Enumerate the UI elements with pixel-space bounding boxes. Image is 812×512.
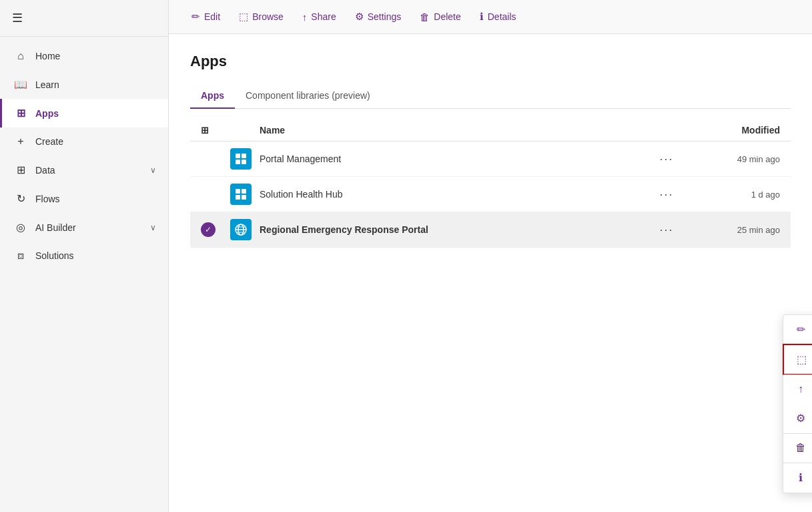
table-row[interactable]: Solution Health Hub ··· 1 d ago bbox=[190, 177, 791, 212]
main-content: ✏ Edit ⬚ Browse ↑ Share ⚙ Settings 🗑 Del… bbox=[169, 0, 812, 512]
table-col-name: Name bbox=[260, 125, 647, 136]
context-menu: ✏ Edit ⬚ Browse ↑ Share ⚙ Settings 🗑 Del… bbox=[783, 314, 812, 493]
row-more-actions[interactable]: ··· bbox=[647, 222, 687, 238]
settings-button[interactable]: ⚙ Settings bbox=[348, 7, 408, 27]
more-options-button[interactable]: ··· bbox=[654, 222, 679, 238]
settings-icon: ⚙ bbox=[794, 412, 807, 425]
sidebar-item-data[interactable]: ⊞ Data ∨ bbox=[0, 156, 168, 184]
sidebar-item-ai-builder[interactable]: ◎ AI Builder ∨ bbox=[0, 213, 168, 242]
table-header: ⊞ Name Modified bbox=[190, 119, 791, 142]
sidebar: ☰ ⌂ Home 📖 Learn ⊞ Apps + Create ⊞ Data … bbox=[0, 0, 169, 512]
browse-icon: ⬚ bbox=[239, 11, 248, 23]
table-icon: ⊞ bbox=[201, 125, 209, 136]
toolbar: ✏ Edit ⬚ Browse ↑ Share ⚙ Settings 🗑 Del… bbox=[169, 0, 812, 34]
row-app-name: Portal Management bbox=[260, 154, 647, 164]
table-row[interactable]: Portal Management ··· 49 min ago bbox=[190, 142, 791, 177]
browse-button[interactable]: ⬚ Browse bbox=[232, 7, 290, 27]
svg-rect-2 bbox=[236, 160, 240, 164]
tab-apps[interactable]: Apps bbox=[190, 83, 235, 109]
sidebar-item-apps[interactable]: ⊞ Apps bbox=[0, 99, 168, 127]
create-icon: + bbox=[14, 136, 27, 148]
sidebar-item-learn[interactable]: 📖 Learn bbox=[0, 70, 168, 99]
sidebar-item-label: Flows bbox=[35, 194, 60, 204]
row-modified: 1 d ago bbox=[687, 190, 780, 200]
row-app-icon bbox=[230, 184, 260, 205]
tabs-bar: Apps Component libraries (preview) bbox=[190, 83, 791, 109]
delete-icon: 🗑 bbox=[420, 11, 430, 23]
hamburger-menu[interactable]: ☰ bbox=[12, 11, 23, 25]
context-menu-edit[interactable]: ✏ Edit bbox=[783, 315, 812, 344]
apps-table: ⊞ Name Modified Portal Management ··· bbox=[190, 119, 791, 248]
apps-icon: ⊞ bbox=[14, 107, 27, 119]
sidebar-item-label: Home bbox=[35, 51, 60, 61]
row-app-name: Regional Emergency Response Portal bbox=[260, 224, 647, 235]
sidebar-item-label: Create bbox=[35, 136, 63, 147]
row-more-actions[interactable]: ··· bbox=[647, 151, 687, 168]
sidebar-navigation: ⌂ Home 📖 Learn ⊞ Apps + Create ⊞ Data ∨ … bbox=[0, 37, 168, 275]
svg-rect-3 bbox=[242, 160, 246, 164]
svg-rect-1 bbox=[242, 154, 246, 158]
svg-rect-6 bbox=[236, 195, 240, 200]
portal-icon bbox=[230, 148, 252, 170]
delete-label: Delete bbox=[434, 11, 460, 22]
svg-rect-0 bbox=[236, 154, 240, 158]
row-app-name: Solution Health Hub bbox=[260, 189, 647, 200]
context-menu-details[interactable]: ℹ Details bbox=[783, 463, 812, 493]
context-menu-delete[interactable]: 🗑 Delete bbox=[783, 434, 812, 463]
context-menu-settings[interactable]: ⚙ Settings bbox=[783, 404, 812, 433]
sidebar-item-solutions[interactable]: ⧈ Solutions bbox=[0, 242, 168, 270]
sidebar-item-home[interactable]: ⌂ Home bbox=[0, 42, 168, 70]
edit-icon: ✏ bbox=[191, 11, 200, 23]
details-button[interactable]: ℹ Details bbox=[473, 7, 523, 27]
table-col-checkbox: ⊞ bbox=[201, 125, 230, 136]
details-icon: ℹ bbox=[480, 11, 484, 23]
more-options-button[interactable]: ··· bbox=[654, 186, 679, 203]
sidebar-item-label: Data bbox=[35, 165, 55, 176]
browse-label: Browse bbox=[252, 11, 284, 22]
sidebar-item-label: Solutions bbox=[35, 250, 74, 261]
row-modified: 49 min ago bbox=[687, 154, 780, 164]
table-row[interactable]: ✓ Regional Emergency Response Portal bbox=[190, 212, 791, 248]
sidebar-item-create[interactable]: + Create bbox=[0, 127, 168, 156]
selected-checkmark: ✓ bbox=[201, 222, 216, 237]
details-label: Details bbox=[488, 11, 516, 22]
row-modified: 25 min ago bbox=[687, 225, 780, 235]
context-menu-browse[interactable]: ⬚ Browse bbox=[783, 344, 812, 375]
flows-icon: ↻ bbox=[14, 192, 27, 205]
portal-icon bbox=[230, 184, 252, 205]
globe-icon bbox=[230, 219, 252, 240]
sidebar-header: ☰ bbox=[0, 0, 168, 37]
sidebar-item-label: Apps bbox=[35, 108, 59, 119]
share-label: Share bbox=[311, 11, 336, 22]
delete-icon: 🗑 bbox=[794, 442, 807, 454]
data-icon: ⊞ bbox=[14, 164, 27, 176]
sidebar-item-label: AI Builder bbox=[35, 222, 76, 233]
sidebar-item-flows[interactable]: ↻ Flows bbox=[0, 184, 168, 213]
svg-rect-7 bbox=[242, 195, 246, 200]
delete-button[interactable]: 🗑 Delete bbox=[413, 7, 467, 27]
settings-icon: ⚙ bbox=[355, 11, 364, 23]
edit-icon: ✏ bbox=[794, 323, 807, 336]
context-menu-share[interactable]: ↑ Share bbox=[783, 375, 812, 404]
chevron-down-icon: ∨ bbox=[150, 166, 156, 175]
share-icon: ↑ bbox=[302, 11, 308, 23]
table-col-modified: Modified bbox=[687, 125, 780, 136]
settings-label: Settings bbox=[368, 11, 402, 22]
sidebar-item-label: Learn bbox=[35, 79, 59, 90]
edit-label: Edit bbox=[204, 11, 220, 22]
solutions-icon: ⧈ bbox=[14, 250, 27, 262]
row-more-actions[interactable]: ··· bbox=[647, 186, 687, 203]
svg-rect-5 bbox=[242, 189, 246, 194]
row-app-icon bbox=[230, 148, 260, 170]
share-button[interactable]: ↑ Share bbox=[296, 7, 343, 27]
row-selected-indicator: ✓ bbox=[201, 222, 230, 237]
more-options-button[interactable]: ··· bbox=[654, 151, 679, 168]
svg-rect-4 bbox=[236, 189, 240, 194]
page-title: Apps bbox=[190, 53, 791, 70]
tab-component-libraries[interactable]: Component libraries (preview) bbox=[235, 83, 381, 109]
edit-button[interactable]: ✏ Edit bbox=[185, 7, 227, 27]
share-icon: ↑ bbox=[794, 383, 807, 395]
ai-builder-icon: ◎ bbox=[14, 221, 27, 234]
details-icon: ℹ bbox=[794, 471, 807, 484]
content-area: Apps Apps Component libraries (preview) … bbox=[169, 34, 812, 512]
